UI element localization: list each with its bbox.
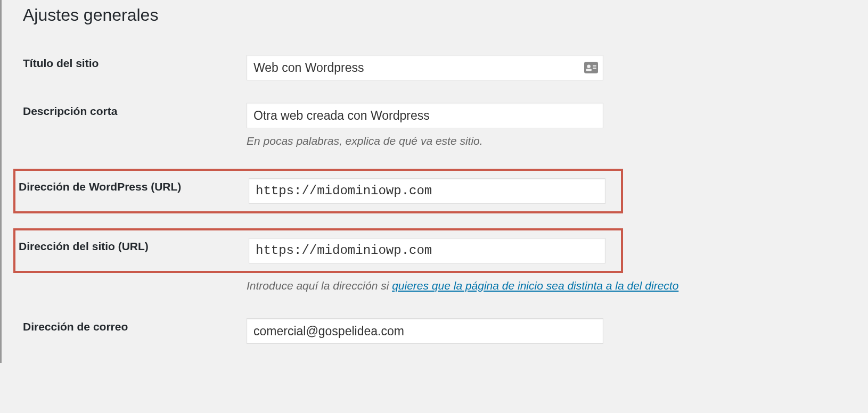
page-title: Ajustes generales (23, 5, 868, 25)
row-site-title: Título del sitio (23, 52, 868, 84)
email-input[interactable] (247, 318, 603, 344)
site-url-description: Introduce aquí la dirección si quieres q… (247, 277, 868, 294)
site-title-label: Título del sitio (23, 57, 99, 69)
site-url-label: Dirección del sitio (URL) (19, 240, 149, 252)
site-url-description-prefix: Introduce aquí la dirección si (247, 279, 392, 292)
wp-url-label: Dirección de WordPress (URL) (19, 180, 181, 193)
contact-card-icon (584, 62, 598, 73)
tagline-input[interactable] (247, 103, 603, 128)
wp-url-input[interactable] (249, 178, 605, 204)
site-title-input[interactable] (247, 55, 603, 80)
tagline-description: En pocas palabras, explica de qué va est… (247, 133, 868, 150)
svg-rect-4 (593, 68, 596, 69)
email-label: Dirección de correo (23, 320, 128, 333)
svg-rect-3 (593, 65, 596, 67)
tagline-label: Descripción corta (23, 105, 117, 117)
row-tagline: Descripción corta En pocas palabras, exp… (23, 100, 868, 153)
row-site-url: Dirección del sitio (URL) (13, 228, 623, 273)
site-url-input[interactable] (249, 238, 605, 263)
site-url-description-link[interactable]: quieres que la página de inicio sea dist… (392, 279, 678, 292)
row-wp-url: Dirección de WordPress (URL) (13, 169, 623, 213)
svg-rect-2 (586, 69, 592, 71)
row-email: Dirección de correo (23, 315, 868, 347)
svg-point-1 (587, 65, 591, 68)
